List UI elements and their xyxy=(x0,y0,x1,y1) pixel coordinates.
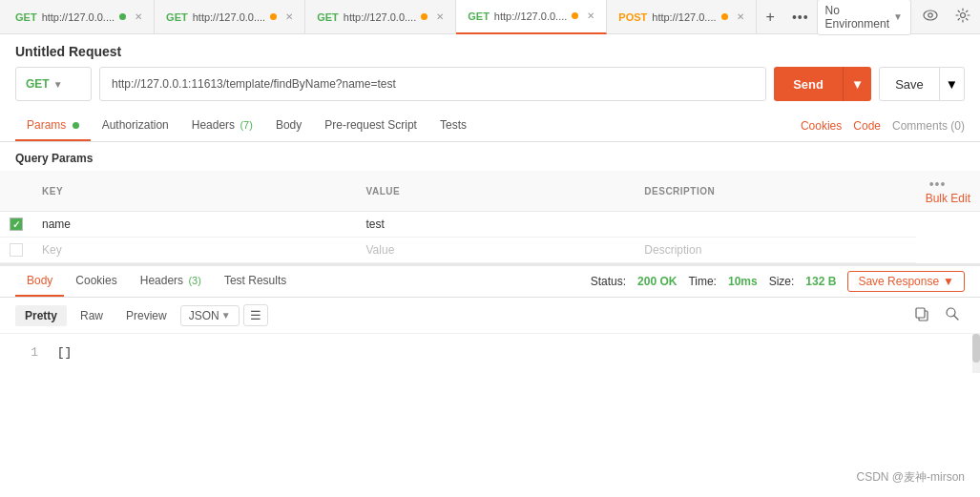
wrap-icon: ☰ xyxy=(250,308,261,322)
tab-authorization-label: Authorization xyxy=(102,118,169,132)
col-header-key: KEY xyxy=(32,171,357,212)
row-1-checkbox[interactable]: ✓ xyxy=(10,217,23,231)
row-1-description[interactable] xyxy=(635,212,915,238)
tab-3[interactable]: GET http://127.0.0.... ✕ xyxy=(305,0,456,34)
key-placeholder: Key xyxy=(42,243,62,257)
tab-body[interactable]: Body xyxy=(264,111,313,141)
col-header-actions: ••• Bulk Edit xyxy=(916,171,980,212)
tab-prerequest[interactable]: Pre-request Script xyxy=(313,111,428,141)
scroll-track[interactable] xyxy=(972,334,980,373)
col-header-check xyxy=(0,171,32,212)
response-section: Body Cookies Headers (3) Test Results St… xyxy=(0,263,980,373)
status-label: Status: xyxy=(591,275,626,288)
save-response-dropdown-icon: ▼ xyxy=(943,275,954,288)
svg-rect-4 xyxy=(916,308,925,318)
row-2-value[interactable]: Value xyxy=(357,238,636,263)
row-1-check-cell: ✓ xyxy=(0,212,32,238)
svg-point-2 xyxy=(961,13,966,18)
row-2-check-cell xyxy=(0,238,32,263)
bulk-edit-button[interactable]: Bulk Edit xyxy=(926,192,970,205)
tab-url-4: http://127.0.0.... xyxy=(494,10,567,22)
tab-1[interactable]: GET http://127.0.0.... ✕ xyxy=(4,0,155,34)
table-row: Key Value Description xyxy=(0,238,980,263)
row-2-description[interactable]: Description xyxy=(635,238,915,263)
tab-close-3[interactable]: ✕ xyxy=(436,11,444,22)
col-header-description: DESCRIPTION xyxy=(635,171,915,212)
format-type-selector[interactable]: JSON ▼ xyxy=(180,305,240,326)
comments-link[interactable]: Comments (0) xyxy=(892,119,965,133)
tab-4[interactable]: GET http://127.0.0.... ✕ xyxy=(456,0,607,34)
request-tabs: Params Authorization Headers (7) Body Pr… xyxy=(0,111,980,142)
send-button[interactable]: Send xyxy=(774,67,843,101)
table-actions-button[interactable]: ••• xyxy=(926,176,950,192)
send-dropdown-icon: ▼ xyxy=(851,77,864,92)
code-link[interactable]: Code xyxy=(853,119,881,133)
description-placeholder: Description xyxy=(644,243,701,257)
svg-line-6 xyxy=(954,316,958,320)
save-button-group: Save ▼ xyxy=(879,67,965,101)
cookies-link[interactable]: Cookies xyxy=(801,119,842,133)
headers-badge: (7) xyxy=(240,119,252,131)
save-response-button[interactable]: Save Response ▼ xyxy=(847,271,965,292)
search-icon[interactable] xyxy=(940,303,965,327)
svg-point-0 xyxy=(924,10,937,20)
format-type-label: JSON xyxy=(189,309,219,322)
code-line-1: 1 [] xyxy=(15,343,965,363)
resp-tab-cookies[interactable]: Cookies xyxy=(64,266,128,297)
request-tab-right: Cookies Code Comments (0) xyxy=(801,119,965,133)
tab-dot-2 xyxy=(270,13,277,20)
request-title: Untitled Request xyxy=(0,34,980,67)
resp-tab-body[interactable]: Body xyxy=(15,266,64,297)
tab-url-1: http://127.0.0.... xyxy=(42,11,115,23)
tab-params[interactable]: Params xyxy=(15,111,91,141)
save-response-label: Save Response xyxy=(858,275,939,288)
row-2-key[interactable]: Key xyxy=(32,238,357,263)
tab-5[interactable]: POST http://127.0.... ✕ xyxy=(607,0,756,34)
environment-selector[interactable]: No Environment ▼ xyxy=(817,0,911,35)
tab-headers[interactable]: Headers (7) xyxy=(180,111,264,141)
tab-tests[interactable]: Tests xyxy=(428,111,478,141)
env-label: No Environment xyxy=(825,4,889,31)
preview-button[interactable]: Preview xyxy=(116,305,177,326)
save-button[interactable]: Save xyxy=(879,67,940,101)
resp-tab-cookies-label: Cookies xyxy=(75,274,116,287)
tab-method-get: GET xyxy=(15,11,37,23)
line-number-1: 1 xyxy=(15,343,38,363)
resp-tab-test-results[interactable]: Test Results xyxy=(213,266,298,297)
resp-tab-test-results-label: Test Results xyxy=(224,274,286,287)
new-tab-button[interactable]: + xyxy=(757,9,784,26)
response-tabs: Body Cookies Headers (3) Test Results St… xyxy=(0,266,980,298)
tab-method-get-4: GET xyxy=(468,10,490,22)
save-dropdown-button[interactable]: ▼ xyxy=(940,67,965,101)
url-input[interactable] xyxy=(99,67,766,101)
method-selector[interactable]: GET ▼ xyxy=(15,67,92,101)
resp-tab-headers[interactable]: Headers (3) xyxy=(129,266,213,297)
response-tool-right xyxy=(909,303,965,327)
settings-icon[interactable] xyxy=(949,4,976,30)
send-button-group: Send ▼ xyxy=(774,67,871,101)
params-table: KEY VALUE DESCRIPTION ••• Bulk Edit ✓ na… xyxy=(0,171,980,263)
size-value: 132 B xyxy=(805,275,836,288)
tab-close-1[interactable]: ✕ xyxy=(135,11,142,22)
tab-authorization[interactable]: Authorization xyxy=(91,111,180,141)
method-dropdown-icon: ▼ xyxy=(53,79,63,90)
scroll-thumb[interactable] xyxy=(972,334,980,362)
tab-dot-4 xyxy=(572,12,578,19)
tab-close-2[interactable]: ✕ xyxy=(285,11,293,22)
pretty-button[interactable]: Pretty xyxy=(15,305,67,326)
tab-2[interactable]: GET http://127.0.0.... ✕ xyxy=(155,0,305,34)
tab-close-4[interactable]: ✕ xyxy=(587,10,594,21)
row-2-checkbox[interactable] xyxy=(10,243,23,257)
row-1-key[interactable]: name xyxy=(32,212,357,238)
chevron-down-icon: ▼ xyxy=(893,11,903,22)
send-dropdown-button[interactable]: ▼ xyxy=(843,67,871,101)
raw-button[interactable]: Raw xyxy=(71,305,113,326)
query-params-title: Query Params xyxy=(0,142,980,171)
tab-more-button[interactable]: ••• xyxy=(784,10,817,25)
tab-method-get-3: GET xyxy=(317,11,339,23)
copy-icon[interactable] xyxy=(909,303,934,327)
eye-icon[interactable] xyxy=(917,4,944,30)
tab-close-5[interactable]: ✕ xyxy=(737,11,744,22)
row-1-value[interactable]: test xyxy=(357,212,636,238)
wrap-button[interactable]: ☰ xyxy=(243,304,268,326)
